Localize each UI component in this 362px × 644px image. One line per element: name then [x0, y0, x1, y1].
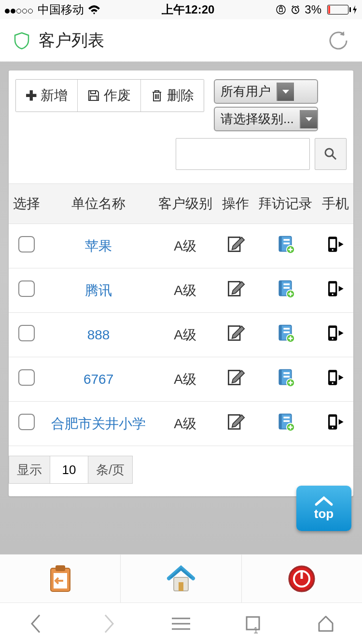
phone-icon[interactable]	[326, 375, 345, 390]
home-button[interactable]	[121, 555, 241, 602]
svg-rect-10	[330, 239, 336, 248]
svg-rect-32	[279, 370, 282, 385]
chevron-down-icon	[277, 83, 294, 101]
company-link[interactable]: 苹果	[85, 238, 112, 253]
svg-rect-19	[330, 283, 336, 292]
edit-icon[interactable]	[226, 286, 245, 301]
edit-icon[interactable]	[226, 375, 245, 390]
visit-record-icon[interactable]	[276, 242, 295, 257]
table-row: 苹果A级	[9, 224, 353, 268]
level-filter-label: 请选择级别...	[215, 108, 300, 130]
phone-icon[interactable]	[326, 331, 345, 346]
svg-text:1: 1	[253, 626, 258, 633]
phone-icon[interactable]	[326, 242, 345, 257]
svg-rect-16	[284, 287, 290, 289]
signal-dots-icon	[5, 3, 34, 16]
table-row: 合肥市关井小学A级	[9, 402, 353, 446]
col-action[interactable]: 操作	[218, 184, 253, 224]
company-link[interactable]: 合肥市关井小学	[51, 416, 146, 431]
level-cell: A级	[153, 357, 218, 402]
nav-tabs-button[interactable]: 1	[217, 603, 290, 644]
wifi-icon	[88, 5, 100, 14]
svg-rect-28	[330, 328, 336, 336]
nav-forward-button[interactable]	[72, 603, 145, 644]
svg-point-38	[332, 382, 334, 384]
edit-icon[interactable]	[226, 331, 245, 346]
scroll-to-top-button[interactable]: top	[296, 486, 351, 531]
level-cell: A级	[153, 224, 218, 268]
refresh-icon[interactable]	[327, 29, 349, 52]
search-input[interactable]	[176, 138, 310, 170]
visit-record-icon[interactable]	[276, 331, 295, 346]
clipboard-back-icon	[47, 563, 74, 594]
home-icon	[164, 564, 198, 594]
alarm-icon	[290, 4, 301, 15]
plus-icon: ✚	[26, 88, 37, 104]
col-select[interactable]: 选择	[9, 184, 44, 224]
page-title: 客户列表	[39, 29, 104, 52]
save-icon	[87, 89, 100, 102]
edit-icon[interactable]	[226, 420, 245, 434]
edit-icon[interactable]	[226, 242, 245, 257]
search-button[interactable]	[315, 138, 347, 170]
svg-rect-14	[279, 281, 282, 296]
clock: 上午12:20	[162, 2, 214, 17]
discard-button[interactable]: 作废	[78, 80, 141, 112]
table-row: 腾讯A级	[9, 268, 353, 313]
battery-pct: 3%	[305, 3, 321, 16]
delete-button[interactable]: 删除	[141, 80, 204, 112]
app-bottom-toolbar	[0, 554, 362, 602]
visit-record-icon[interactable]	[276, 375, 295, 390]
company-link[interactable]: 888	[87, 327, 110, 342]
col-company[interactable]: 单位名称	[44, 184, 153, 224]
user-filter-label: 所有用户	[215, 80, 277, 103]
battery-icon	[325, 5, 357, 14]
company-link[interactable]: 腾讯	[85, 283, 112, 298]
level-cell: A级	[153, 402, 218, 446]
row-checkbox[interactable]	[18, 369, 35, 386]
main-panel: ✚ 新增 作废 删除 所有用户	[9, 70, 353, 496]
svg-rect-6	[284, 239, 290, 241]
svg-point-0	[277, 5, 285, 14]
row-checkbox[interactable]	[18, 414, 35, 430]
company-link[interactable]: 6767	[84, 372, 113, 387]
pager: 显示 条/页	[9, 456, 347, 484]
phone-icon[interactable]	[326, 286, 345, 301]
svg-rect-23	[279, 325, 282, 340]
nav-home-button[interactable]	[290, 603, 362, 644]
nav-back-button[interactable]	[0, 603, 72, 644]
svg-rect-34	[284, 376, 290, 378]
col-visit[interactable]: 拜访记录	[253, 184, 318, 224]
svg-point-47	[332, 427, 334, 428]
phone-icon[interactable]	[326, 420, 345, 434]
browser-nav-bar: 1	[0, 602, 362, 644]
add-button[interactable]: ✚ 新增	[16, 80, 78, 112]
svg-rect-24	[284, 328, 290, 330]
chevron-down-icon	[300, 110, 317, 128]
visit-record-icon[interactable]	[276, 286, 295, 301]
add-label: 新增	[41, 86, 68, 105]
svg-rect-46	[330, 417, 336, 425]
power-icon	[288, 565, 316, 593]
svg-point-29	[332, 338, 334, 339]
row-checkbox[interactable]	[18, 325, 35, 341]
row-checkbox[interactable]	[18, 236, 35, 252]
power-button[interactable]	[242, 555, 362, 602]
nav-menu-button[interactable]	[145, 603, 217, 644]
user-filter-dropdown[interactable]: 所有用户	[214, 79, 318, 104]
clipboard-button[interactable]	[0, 555, 121, 602]
svg-point-2	[325, 149, 333, 156]
chevron-up-icon	[314, 496, 334, 506]
table-row: 888A级	[9, 313, 353, 357]
col-level[interactable]: 客户级别	[153, 184, 218, 224]
svg-point-20	[332, 294, 334, 295]
table-row: 6767A级	[9, 357, 353, 402]
level-filter-dropdown[interactable]: 请选择级别...	[214, 107, 318, 131]
level-cell: A级	[153, 268, 218, 313]
svg-rect-15	[284, 283, 290, 285]
pager-per-page-input[interactable]	[50, 456, 88, 484]
col-phone[interactable]: 手机	[318, 184, 353, 224]
top-label: top	[314, 506, 334, 521]
visit-record-icon[interactable]	[276, 420, 295, 434]
row-checkbox[interactable]	[18, 280, 35, 297]
